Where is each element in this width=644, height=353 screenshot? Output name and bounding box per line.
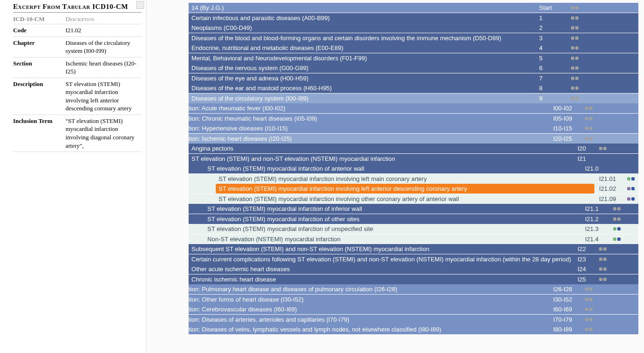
tree-code[interactable]: I20-I25: [550, 134, 580, 144]
tree-label[interactable]: Certain infectious and parasitic disease…: [189, 13, 534, 23]
tree-label[interactable]: ST elevation (STEMI) myocardial infarcti…: [216, 174, 594, 184]
tree-row-r9[interactable]: Diseases of the circulatory system (I00-…: [189, 94, 638, 103]
tree-code[interactable]: I21.2: [582, 214, 608, 224]
tree-row-r5[interactable]: Mental, Behavioral and Neurodevelopmenta…: [189, 53, 638, 63]
tree-code[interactable]: I26-I28: [550, 284, 580, 294]
tree-label[interactable]: ST elevation (STEMI) myocardial infarcti…: [216, 194, 594, 204]
tree-code[interactable]: I20: [575, 144, 594, 153]
tree-code[interactable]: 3: [536, 33, 566, 43]
tree-row-r26[interactable]: Other acute ischemic heart diseasesI24: [189, 264, 638, 274]
tree-row-r21[interactable]: ST elevation (STEMI) myocardial infarcti…: [189, 214, 638, 224]
tree-row-r12[interactable]: tion: Hypertensive diseases (I10-I15)I10…: [189, 123, 638, 133]
tree-code[interactable]: I10-I15: [550, 123, 580, 133]
tree-code[interactable]: I23: [575, 254, 594, 264]
tree-code[interactable]: I22: [575, 244, 594, 254]
tree-row-r3[interactable]: Diseases of the blood and blood-forming …: [189, 33, 638, 43]
tree-label[interactable]: tion: Ischemic heart diseases (I20-I25): [189, 134, 549, 144]
tree-code[interactable]: I24: [575, 264, 594, 274]
tree-code[interactable]: 1: [536, 13, 566, 23]
tree-row-r24[interactable]: Subsequent ST elevation (STEMI) and non-…: [189, 244, 638, 254]
tree-label[interactable]: Diseases of the eye and adnexa (H00-H59): [189, 73, 534, 83]
tree-row-r32[interactable]: tion: Diseases of veins, lymphatic vesse…: [189, 324, 638, 334]
tree-code[interactable]: I21.09: [596, 194, 622, 204]
tree-row-r30[interactable]: tion: Cerebrovascular diseases (I60-I69)…: [189, 304, 638, 314]
tree-row-r27[interactable]: Chronic ischemic heart diseaseI25: [189, 274, 638, 284]
tree-code[interactable]: 5: [536, 53, 566, 63]
tree-code[interactable]: I30-I52: [550, 295, 580, 304]
tree-label[interactable]: ST elevation (STEMI) myocardial infarcti…: [205, 214, 580, 224]
tree-label[interactable]: tion: Diseases of arteries, arterioles a…: [189, 315, 549, 324]
tree-row-r20[interactable]: ST elevation (STEMI) myocardial infarcti…: [189, 204, 638, 214]
tree-label[interactable]: Non-ST elevation (NSTEMI) myocardial inf…: [205, 234, 580, 244]
tree-label[interactable]: Endocrine, nutritional and metabolic dis…: [189, 43, 534, 53]
tree-row-r7[interactable]: Diseases of the eye and adnexa (H00-H59)…: [189, 73, 638, 83]
tree-label[interactable]: tion: Acute rheumatic fever (I00-I02): [189, 103, 549, 113]
tree-code[interactable]: I21.02: [596, 184, 622, 194]
tree-row-r1[interactable]: Certain infectious and parasitic disease…: [189, 13, 638, 23]
tree-row-r22[interactable]: ST elevation (STEMI) myocardial infarcti…: [189, 224, 638, 234]
tree-row-r28[interactable]: tion: Pulmonary heart disease and diseas…: [189, 284, 638, 294]
tree-label[interactable]: tion: Hypertensive diseases (I10-I15): [189, 123, 549, 133]
tree-code[interactable]: 4: [536, 43, 566, 53]
scroll-handle-icon[interactable]: [136, 1, 144, 9]
tree-code[interactable]: I21.4: [582, 234, 608, 244]
tree-row-r25[interactable]: Certain current complications following …: [189, 254, 638, 264]
tree-label[interactable]: ST elevation (STEMI) myocardial infarcti…: [205, 204, 580, 214]
tree-code[interactable]: 9: [536, 94, 566, 103]
tree-label[interactable]: tion: Cerebrovascular diseases (I60-I69): [189, 304, 549, 314]
tree-label[interactable]: Diseases of the blood and blood-forming …: [189, 33, 534, 43]
tree-code[interactable]: I21.01: [596, 174, 622, 184]
tree-label[interactable]: Neoplasms (C00-D49): [189, 23, 534, 33]
tree-code[interactable]: I21: [575, 154, 594, 164]
tree-code[interactable]: I21.0: [582, 164, 608, 173]
tree-row-r23[interactable]: Non-ST elevation (NSTEMI) myocardial inf…: [189, 234, 638, 244]
tree-row-r6[interactable]: Diseases of the nervous system (G00-G99)…: [189, 63, 638, 73]
tree-label[interactable]: Chronic ischemic heart disease: [189, 274, 573, 284]
tree-code[interactable]: Start: [536, 3, 566, 13]
tree-label[interactable]: ST elevation (STEMI) and non-ST elevatio…: [189, 154, 573, 164]
tree-code[interactable]: I00-I02: [550, 103, 580, 113]
tree-row-r11[interactable]: tion: Chronic rheumatic heart diseases (…: [189, 114, 638, 123]
tree-row-r2[interactable]: Neoplasms (C00-D49)2: [189, 23, 638, 33]
tree-row-r13[interactable]: tion: Ischemic heart diseases (I20-I25)I…: [189, 134, 638, 144]
tree-code[interactable]: I70-I79: [550, 315, 580, 324]
tree-row-r19[interactable]: ST elevation (STEMI) myocardial infarcti…: [189, 194, 638, 204]
tree-code[interactable]: I21.1: [582, 204, 608, 214]
tree-row-r0[interactable]: 14 (By J.G.)Start: [189, 3, 638, 13]
tree-label[interactable]: ST elevation (STEMI) myocardial infarcti…: [205, 224, 580, 234]
tree-row-r14[interactable]: Angina pectorisI20: [189, 144, 638, 153]
tree-label[interactable]: Diseases of the circulatory system (I00-…: [189, 94, 534, 103]
tree-code[interactable]: 7: [536, 73, 566, 83]
tree-label[interactable]: tion: Diseases of veins, lymphatic vesse…: [189, 324, 549, 334]
tree-row-r8[interactable]: Diseases of the ear and mastoid process …: [189, 83, 638, 93]
tree-code[interactable]: 6: [536, 63, 566, 73]
tree-code[interactable]: 2: [536, 23, 566, 33]
tree-label[interactable]: Diseases of the nervous system (G00-G99): [189, 63, 534, 73]
tree-label[interactable]: Certain current complications following …: [189, 254, 573, 264]
tree-label[interactable]: tion: Pulmonary heart disease and diseas…: [189, 284, 549, 294]
tree-row-r16[interactable]: ST elevation (STEMI) myocardial infarcti…: [189, 164, 638, 173]
tree-row-r18[interactable]: ST elevation (STEMI) myocardial infarcti…: [189, 184, 638, 194]
tree-label[interactable]: Other acute ischemic heart diseases: [189, 264, 573, 274]
tree-code[interactable]: I05-I09: [550, 114, 580, 123]
tree-label[interactable]: Mental, Behavioral and Neurodevelopmenta…: [189, 53, 534, 63]
tree-label[interactable]: ST elevation (STEMI) myocardial infarcti…: [205, 164, 580, 173]
tree-code[interactable]: I60-I69: [550, 304, 580, 314]
tree-code[interactable]: I80-I89: [550, 324, 580, 334]
tree-code[interactable]: I21.3: [582, 224, 608, 234]
tree-row-r10[interactable]: tion: Acute rheumatic fever (I00-I02)I00…: [189, 103, 638, 113]
tree-label[interactable]: tion: Other forms of heart disease (I30-…: [189, 295, 549, 304]
tree-row-r4[interactable]: Endocrine, nutritional and metabolic dis…: [189, 43, 638, 53]
tree-label[interactable]: tion: Chronic rheumatic heart diseases (…: [189, 114, 549, 123]
tree-label[interactable]: Angina pectoris: [189, 144, 573, 153]
tree-label[interactable]: Diseases of the ear and mastoid process …: [189, 83, 534, 93]
tree-row-r15[interactable]: ST elevation (STEMI) and non-ST elevatio…: [189, 154, 638, 164]
tree-row-r31[interactable]: tion: Diseases of arteries, arterioles a…: [189, 315, 638, 324]
tree-code[interactable]: I25: [575, 274, 594, 284]
tree-row-r29[interactable]: tion: Other forms of heart disease (I30-…: [189, 295, 638, 304]
tree-label[interactable]: Subsequent ST elevation (STEMI) and non-…: [189, 244, 573, 254]
tree-code[interactable]: 8: [536, 83, 566, 93]
tree-row-r17[interactable]: ST elevation (STEMI) myocardial infarcti…: [189, 174, 638, 184]
tree-label[interactable]: ST elevation (STEMI) myocardial infarcti…: [216, 184, 594, 194]
tree-label[interactable]: 14 (By J.G.): [189, 3, 534, 13]
